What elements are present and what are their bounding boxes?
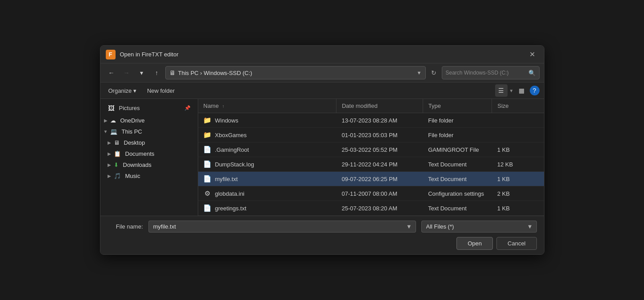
organize-button[interactable]: Organize ▾ — [105, 86, 140, 96]
table-row[interactable]: 📄 DumpStack.log 29-11-2022 04:24 PMText … — [198, 157, 544, 172]
recent-locations-button[interactable]: ▾ — [135, 66, 148, 79]
file-date-2: 25-03-2022 05:52 PM — [336, 142, 423, 157]
table-row[interactable]: ⚙ globdata.ini 07-11-2007 08:00 AMConfig… — [198, 186, 544, 201]
address-bar-dropdown-icon[interactable]: ▼ — [417, 70, 422, 75]
file-name-input[interactable] — [148, 221, 403, 233]
app-icon: F — [106, 50, 116, 59]
file-size-0 — [492, 113, 544, 128]
sidebar-item-label: Pictures — [119, 105, 181, 111]
file-type-2: GAMINGROOT File — [423, 142, 492, 157]
list-view-button[interactable]: ☰ — [495, 84, 508, 97]
file-name-cell-3: 📄 DumpStack.log — [198, 157, 336, 172]
file-name-input-wrap: ▼ — [148, 221, 416, 233]
music-label: Music — [125, 173, 140, 179]
tiles-view-button[interactable]: ▦ — [516, 84, 528, 97]
file-type-select-wrap: All Files (*) ▼ — [421, 221, 537, 233]
cancel-button[interactable]: Cancel — [496, 237, 536, 250]
table-header-row: Name ↑ Date modified Type Size — [198, 99, 544, 113]
file-area: Name ↑ Date modified Type Size — [198, 99, 544, 216]
file-name-text: globdata.ini — [215, 190, 245, 197]
file-name-dropdown-button[interactable]: ▼ — [403, 221, 416, 233]
file-name-cell-5: ⚙ globdata.ini — [198, 186, 336, 201]
navigation-toolbar: ← → ▾ ↑ 🖥 This PC › Windows-SSD (C:) ▼ ↻… — [100, 63, 544, 83]
forward-button[interactable]: → — [120, 66, 133, 79]
view-dropdown-icon[interactable]: ▼ — [509, 88, 514, 93]
file-name-row: File name: ▼ All Files (*) ▼ — [108, 221, 537, 233]
sidebar: 🖼 Pictures 📌 ▶ ☁ OneDrive ▼ 💻 This PC ▶ — [100, 99, 198, 216]
file-name-text: myfile.txt — [215, 176, 238, 182]
table-row[interactable]: 📄 greetings.txt 25-07-2023 08:20 AMText … — [198, 201, 544, 216]
col-name[interactable]: Name ↑ — [198, 99, 336, 113]
file-name-cell-4: 📄 myfile.txt — [198, 172, 336, 186]
back-button[interactable]: ← — [105, 66, 118, 79]
sidebar-item-this-pc[interactable]: ▼ 💻 This PC — [100, 126, 198, 137]
open-file-dialog: F Open in FireTXT editor ✕ ← → ▾ ↑ 🖥 Thi… — [100, 45, 544, 255]
col-type[interactable]: Type — [423, 99, 492, 113]
table-row[interactable]: 📁 XboxGames 01-01-2023 05:03 PMFile fold… — [198, 128, 544, 142]
file-name-text: DumpStack.log — [215, 161, 254, 168]
col-date[interactable]: Date modified — [336, 99, 423, 113]
file-size-5: 2 KB — [492, 186, 544, 201]
title-bar: F Open in FireTXT editor ✕ — [100, 46, 544, 63]
sidebar-item-onedrive[interactable]: ▶ ☁ OneDrive — [100, 115, 198, 126]
file-date-5: 07-11-2007 08:00 AM — [336, 186, 423, 201]
file-type-6: Text Document — [423, 201, 492, 216]
table-row[interactable]: 📄 .GamingRoot 25-03-2022 05:52 PMGAMINGR… — [198, 142, 544, 157]
file-name-text: .GamingRoot — [215, 146, 249, 153]
expand-arrow-music: ▶ — [106, 174, 113, 178]
file-icon: 📄 — [204, 160, 212, 168]
downloads-icon: ⬇ — [114, 162, 119, 168]
file-size-3: 12 KB — [492, 157, 544, 172]
file-name-cell-1: 📁 XboxGames — [198, 128, 336, 142]
file-name-cell-0: 📁 Windows — [198, 113, 336, 128]
file-date-0: 13-07-2023 08:28 AM — [336, 113, 423, 128]
desktop-label: Desktop — [124, 139, 145, 146]
file-name-cell-6: 📄 greetings.txt — [198, 201, 336, 216]
file-type-4: Text Document — [423, 172, 492, 186]
table-row[interactable]: 📁 Windows 13-07-2023 08:28 AMFile folder — [198, 113, 544, 128]
file-icon: 📄 — [204, 146, 212, 154]
music-icon: 🎵 — [114, 173, 121, 179]
file-type-3: Text Document — [423, 157, 492, 172]
file-icon: 📄 — [204, 175, 212, 183]
refresh-button[interactable]: ↻ — [428, 67, 440, 79]
file-type-select[interactable]: All Files (*) — [421, 221, 524, 233]
search-bar: 🔍 — [442, 66, 540, 79]
expand-arrow-onedrive: ▶ — [102, 118, 109, 123]
help-button[interactable]: ? — [530, 86, 540, 95]
new-folder-button[interactable]: New folder — [144, 86, 178, 96]
file-type-dropdown-icon[interactable]: ▼ — [524, 221, 537, 233]
command-bar: Organize ▾ New folder ☰ ▼ ▦ ? — [100, 83, 544, 99]
pictures-icon: 🖼 — [108, 104, 116, 112]
view-buttons: ☰ ▼ ▦ ? — [495, 84, 540, 97]
documents-label: Documents — [125, 150, 155, 157]
this-pc-label: This PC — [122, 128, 142, 135]
sidebar-item-desktop[interactable]: ▶ 🖥 Desktop — [104, 137, 198, 148]
downloads-label: Downloads — [123, 162, 152, 168]
col-size[interactable]: Size — [492, 99, 544, 113]
main-area: 🖼 Pictures 📌 ▶ ☁ OneDrive ▼ 💻 This PC ▶ — [100, 99, 544, 216]
file-name-label: File name: — [108, 223, 143, 230]
expand-arrow-desktop: ▶ — [106, 140, 113, 145]
file-type-0: File folder — [423, 113, 492, 128]
up-button[interactable]: ↑ — [150, 66, 164, 79]
sidebar-item-pictures[interactable]: 🖼 Pictures 📌 — [102, 101, 196, 114]
file-date-6: 25-07-2023 08:20 AM — [336, 201, 423, 216]
search-input[interactable] — [446, 70, 526, 76]
sidebar-item-documents[interactable]: ▶ 📋 Documents — [104, 148, 198, 159]
documents-icon: 📋 — [114, 150, 121, 157]
file-type-5: Configuration settings — [423, 186, 492, 201]
file-icon: 📁 — [204, 131, 212, 139]
sidebar-item-downloads[interactable]: ▶ ⬇ Downloads — [104, 159, 198, 170]
table-row[interactable]: 📄 myfile.txt 09-07-2022 06:25 PMText Doc… — [198, 172, 544, 186]
file-size-1 — [492, 128, 544, 142]
file-size-4: 1 KB — [492, 172, 544, 186]
open-button[interactable]: Open — [456, 237, 493, 250]
address-bar[interactable]: 🖥 This PC › Windows-SSD (C:) ▼ — [165, 66, 426, 79]
file-name-text: XboxGames — [215, 132, 247, 138]
close-button[interactable]: ✕ — [526, 48, 539, 61]
address-bar-icon: 🖥 — [169, 69, 176, 76]
file-icon: 📁 — [204, 116, 212, 124]
sidebar-item-music[interactable]: ▶ 🎵 Music — [104, 170, 198, 182]
file-date-1: 01-01-2023 05:03 PM — [336, 128, 423, 142]
